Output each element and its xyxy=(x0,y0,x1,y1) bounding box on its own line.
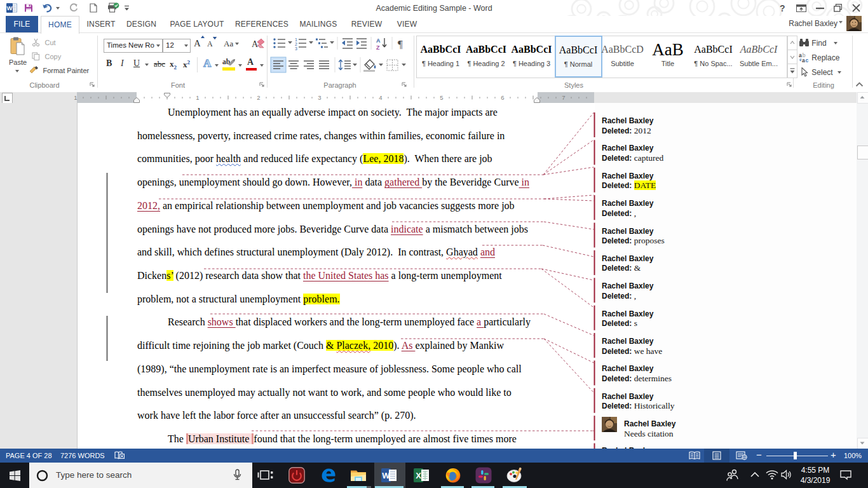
bold-button[interactable]: B xyxy=(106,58,112,69)
text-effects-button[interactable]: A xyxy=(203,57,211,70)
page-indicator[interactable]: PAGE 4 OF 28 xyxy=(6,449,52,463)
clipboard-dialog-launcher[interactable] xyxy=(90,82,96,88)
doc-line-1[interactable]: Unemployment has an equally adverse impa… xyxy=(168,106,498,118)
style-subtle-em[interactable]: AaBbCcISubtle Em... xyxy=(736,36,782,76)
new-document-button[interactable] xyxy=(90,3,97,13)
doc-line-8[interactable]: Dickens’ (2012) research data show that … xyxy=(137,269,502,281)
format-painter-button[interactable]: Format Painter xyxy=(29,64,89,74)
find-button[interactable]: Find xyxy=(799,38,837,50)
doc-line-2[interactable]: homelessness, poverty, increased crime r… xyxy=(137,130,505,142)
right-indent-marker[interactable] xyxy=(534,97,540,103)
proofing-errors-icon[interactable] xyxy=(114,451,125,460)
balloon-value[interactable]: Deleted: captured xyxy=(602,153,663,163)
start-button[interactable] xyxy=(10,470,20,481)
cut-button[interactable]: Cut xyxy=(32,36,56,46)
word-taskbar-icon[interactable]: W xyxy=(381,467,398,484)
undo-button[interactable] xyxy=(42,3,53,13)
action-center-icon[interactable] xyxy=(839,470,852,481)
balloon-value[interactable]: Deleted: proposes xyxy=(602,236,665,246)
doc-line-13[interactable]: themselves unemployed may actually not w… xyxy=(137,386,512,398)
close-button[interactable] xyxy=(852,4,860,12)
text-effects-caret[interactable] xyxy=(215,64,219,67)
hidden-icons-chevron[interactable] xyxy=(750,471,760,478)
account-avatar[interactable] xyxy=(846,16,862,31)
power-app-icon[interactable] xyxy=(288,467,305,484)
style-no-spac[interactable]: AaBbCcI¶ No Spac... xyxy=(691,36,736,76)
file-explorer-icon[interactable] xyxy=(350,467,367,484)
taskbar-search[interactable]: Type here to search xyxy=(29,463,252,488)
strikethrough-button[interactable]: abc xyxy=(154,59,165,69)
doc-line-6[interactable]: openings have not produced more jobs. Be… xyxy=(137,223,528,235)
font-color-caret[interactable] xyxy=(260,64,264,67)
comment-balloon[interactable]: Needs citation xyxy=(624,429,674,439)
doc-line-9[interactable]: problem, not a structural unemployment p… xyxy=(137,293,340,305)
replace-button[interactable]: ab ac Replace xyxy=(799,53,839,64)
font-size-combobox[interactable]: 12 xyxy=(163,39,191,53)
mic-icon[interactable] xyxy=(233,469,241,482)
style-heading-1[interactable]: AaBbCcI¶ Heading 1 xyxy=(418,36,463,76)
help-button[interactable]: ? xyxy=(780,3,785,13)
scroll-down-button[interactable] xyxy=(857,438,868,449)
scrollbar-thumb[interactable] xyxy=(857,146,868,159)
highlight-button[interactable]: ab xyxy=(222,58,235,71)
ribbon-display-options-button[interactable] xyxy=(796,4,806,12)
doc-line-14[interactable]: work have left the labor force after an … xyxy=(137,409,416,421)
paste-button[interactable]: Paste xyxy=(6,36,29,79)
customize-quick-access-toolbar[interactable] xyxy=(124,3,130,13)
zoom-slider-track[interactable] xyxy=(766,456,828,457)
doc-line-12[interactable]: (1989), “the unemployment rate is an imp… xyxy=(137,363,522,375)
tab-references[interactable]: REFERENCES xyxy=(234,16,290,32)
edge-icon[interactable] xyxy=(320,467,337,484)
tab-page-layout[interactable]: PAGE LAYOUT xyxy=(166,16,227,32)
tab-view[interactable]: VIEW xyxy=(392,16,422,32)
clear-formatting-button[interactable]: A xyxy=(252,38,264,50)
horizontal-ruler[interactable]: 11234567 xyxy=(0,92,868,103)
firefox-icon[interactable] xyxy=(445,467,461,484)
highlight-caret[interactable] xyxy=(238,64,242,67)
tab-mailings[interactable]: MAILINGS xyxy=(295,16,341,32)
people-icon[interactable] xyxy=(726,468,740,482)
first-line-indent-marker[interactable] xyxy=(164,93,170,98)
word-count[interactable]: 7276 WORDS xyxy=(60,449,105,463)
tab-home[interactable]: HOME xyxy=(41,16,79,34)
tab-stop-selector[interactable] xyxy=(2,93,13,104)
volume-icon[interactable] xyxy=(781,470,794,480)
subscript-button[interactable]: x2 xyxy=(170,59,177,71)
doc-line-10[interactable]: Research shows that displaced workers an… xyxy=(168,316,531,328)
zoom-slider-thumb[interactable] xyxy=(794,452,797,459)
doc-line-4[interactable]: openings, unemployment should go down. H… xyxy=(137,176,529,188)
vertical-scrollbar[interactable] xyxy=(857,92,868,449)
font-color-button[interactable]: A xyxy=(246,57,257,71)
zoom-in-button[interactable]: + xyxy=(831,448,836,462)
tab-file[interactable]: FILE xyxy=(6,16,38,32)
style-normal[interactable]: AaBbCcI¶ Normal xyxy=(555,36,602,78)
font-name-combobox[interactable]: Times New Ro xyxy=(104,39,163,53)
tab-insert[interactable]: INSERT xyxy=(83,16,119,32)
excel-taskbar-icon[interactable]: X xyxy=(414,467,430,484)
restore-button[interactable] xyxy=(834,4,842,12)
styles-scroll-down[interactable] xyxy=(787,50,797,64)
select-button[interactable]: Select xyxy=(799,67,841,79)
superscript-button[interactable]: x2 xyxy=(183,59,190,70)
collapse-ribbon-button[interactable] xyxy=(855,81,864,88)
clock-date[interactable]: 4/3/2019 xyxy=(793,476,837,485)
doc-line-11[interactable]: difficult time rejoining the job market … xyxy=(137,339,504,351)
style-heading-2[interactable]: AaBbCcI¶ Heading 2 xyxy=(464,36,509,76)
balloon-value[interactable]: Deleted: Historically xyxy=(602,401,674,411)
grow-font-button[interactable]: A xyxy=(194,38,201,49)
word-app-icon[interactable]: W xyxy=(6,3,17,13)
balloon-value[interactable]: Deleted: 2012 xyxy=(602,126,651,136)
styles-scroll-up[interactable] xyxy=(787,36,797,50)
styles-more[interactable] xyxy=(787,64,797,78)
paint-icon[interactable] xyxy=(506,467,523,484)
balloon-value[interactable]: Deleted: DATE xyxy=(602,180,656,191)
balloon-value[interactable]: Deleted: s xyxy=(602,318,637,329)
scroll-up-button[interactable] xyxy=(857,92,868,104)
balloon-value[interactable]: Deleted: we have xyxy=(602,346,662,356)
read-mode-button[interactable] xyxy=(689,451,700,460)
zoom-out-button[interactable]: − xyxy=(756,448,762,462)
doc-line-7[interactable]: and skill, which defines structural unem… xyxy=(137,246,495,258)
style-title[interactable]: AaBTitle xyxy=(646,36,691,76)
print-layout-button[interactable] xyxy=(712,451,722,460)
doc-line-5[interactable]: 2012, an empirical relationship between … xyxy=(137,200,515,212)
